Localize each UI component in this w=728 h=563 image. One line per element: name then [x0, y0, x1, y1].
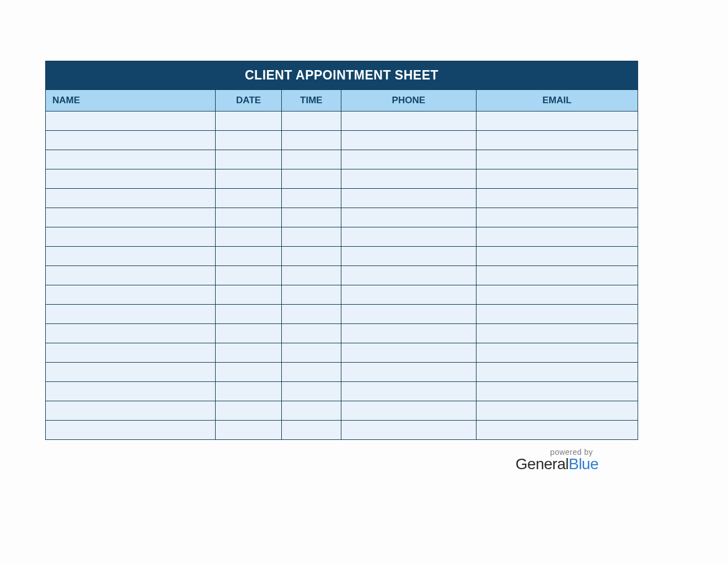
cell-phone[interactable]: [341, 169, 476, 189]
cell-time[interactable]: [281, 421, 341, 440]
cell-time[interactable]: [281, 169, 341, 189]
cell-date[interactable]: [216, 324, 281, 343]
cell-email[interactable]: [476, 208, 638, 227]
cell-phone[interactable]: [341, 189, 476, 208]
cell-time[interactable]: [281, 285, 341, 305]
cell-name[interactable]: [46, 227, 216, 247]
table-row: [46, 343, 638, 363]
cell-date[interactable]: [216, 150, 281, 169]
cell-phone[interactable]: [341, 111, 476, 131]
cell-name[interactable]: [46, 169, 216, 189]
cell-name[interactable]: [46, 401, 216, 421]
cell-phone[interactable]: [341, 305, 476, 324]
cell-phone[interactable]: [341, 266, 476, 285]
cell-date[interactable]: [216, 111, 281, 131]
table-row: [46, 169, 638, 189]
cell-time[interactable]: [281, 382, 341, 401]
cell-time[interactable]: [281, 401, 341, 421]
cell-name[interactable]: [46, 382, 216, 401]
cell-email[interactable]: [476, 363, 638, 382]
cell-phone[interactable]: [341, 363, 476, 382]
cell-phone[interactable]: [341, 227, 476, 247]
cell-phone[interactable]: [341, 247, 476, 266]
cell-name[interactable]: [46, 324, 216, 343]
table-row: [46, 227, 638, 247]
cell-email[interactable]: [476, 401, 638, 421]
cell-email[interactable]: [476, 227, 638, 247]
table-row: [46, 363, 638, 382]
cell-email[interactable]: [476, 247, 638, 266]
cell-email[interactable]: [476, 421, 638, 440]
cell-date[interactable]: [216, 131, 281, 150]
cell-phone[interactable]: [341, 401, 476, 421]
cell-date[interactable]: [216, 208, 281, 227]
cell-phone[interactable]: [341, 421, 476, 440]
col-header-name: NAME: [46, 90, 216, 111]
cell-email[interactable]: [476, 382, 638, 401]
cell-name[interactable]: [46, 189, 216, 208]
cell-name[interactable]: [46, 305, 216, 324]
cell-time[interactable]: [281, 363, 341, 382]
cell-time[interactable]: [281, 208, 341, 227]
cell-name[interactable]: [46, 131, 216, 150]
cell-date[interactable]: [216, 382, 281, 401]
cell-name[interactable]: [46, 266, 216, 285]
cell-email[interactable]: [476, 266, 638, 285]
cell-time[interactable]: [281, 247, 341, 266]
cell-email[interactable]: [476, 285, 638, 305]
cell-email[interactable]: [476, 111, 638, 131]
cell-time[interactable]: [281, 189, 341, 208]
cell-phone[interactable]: [341, 150, 476, 169]
cell-name[interactable]: [46, 285, 216, 305]
cell-phone[interactable]: [341, 343, 476, 363]
cell-email[interactable]: [476, 305, 638, 324]
cell-name[interactable]: [46, 111, 216, 131]
cell-date[interactable]: [216, 266, 281, 285]
cell-email[interactable]: [476, 131, 638, 150]
cell-email[interactable]: [476, 189, 638, 208]
cell-name[interactable]: [46, 150, 216, 169]
table-row: [46, 401, 638, 421]
cell-email[interactable]: [476, 169, 638, 189]
cell-date[interactable]: [216, 421, 281, 440]
cell-phone[interactable]: [341, 382, 476, 401]
cell-phone[interactable]: [341, 285, 476, 305]
cell-date[interactable]: [216, 189, 281, 208]
table-row: [46, 247, 638, 266]
cell-name[interactable]: [46, 421, 216, 440]
cell-date[interactable]: [216, 343, 281, 363]
cell-name[interactable]: [46, 363, 216, 382]
cell-date[interactable]: [216, 305, 281, 324]
cell-time[interactable]: [281, 227, 341, 247]
cell-date[interactable]: [216, 285, 281, 305]
cell-date[interactable]: [216, 363, 281, 382]
sheet-title: CLIENT APPOINTMENT SHEET: [46, 61, 638, 90]
cell-phone[interactable]: [341, 131, 476, 150]
cell-date[interactable]: [216, 247, 281, 266]
table-row: [46, 266, 638, 285]
table-row: [46, 421, 638, 440]
cell-phone[interactable]: [341, 208, 476, 227]
cell-name[interactable]: [46, 247, 216, 266]
cell-name[interactable]: [46, 208, 216, 227]
cell-time[interactable]: [281, 324, 341, 343]
cell-time[interactable]: [281, 131, 341, 150]
cell-email[interactable]: [476, 150, 638, 169]
cell-time[interactable]: [281, 305, 341, 324]
cell-email[interactable]: [476, 343, 638, 363]
cell-date[interactable]: [216, 401, 281, 421]
cell-date[interactable]: [216, 227, 281, 247]
table-row: [46, 111, 638, 131]
table-row: [46, 189, 638, 208]
cell-time[interactable]: [281, 111, 341, 131]
appointment-sheet-table: CLIENT APPOINTMENT SHEET NAME DATE TIME …: [45, 61, 638, 440]
cell-phone[interactable]: [341, 324, 476, 343]
cell-email[interactable]: [476, 324, 638, 343]
cell-time[interactable]: [281, 150, 341, 169]
cell-time[interactable]: [281, 266, 341, 285]
cell-time[interactable]: [281, 343, 341, 363]
cell-date[interactable]: [216, 169, 281, 189]
header-row: NAME DATE TIME PHONE EMAIL: [46, 90, 638, 111]
cell-name[interactable]: [46, 343, 216, 363]
brand-logo: GeneralBlue: [45, 455, 598, 473]
